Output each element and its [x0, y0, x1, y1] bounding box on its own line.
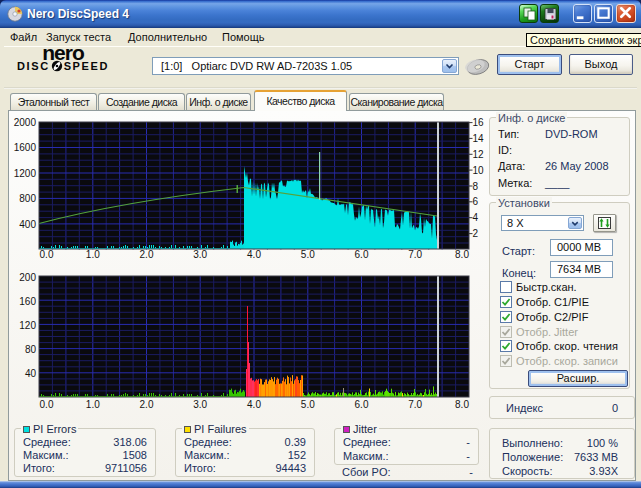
svg-text:8: 8 [473, 181, 479, 192]
svg-text:6: 6 [473, 196, 479, 207]
svg-text:14: 14 [473, 133, 485, 144]
svg-text:1200: 1200 [14, 168, 37, 179]
svg-text:2000: 2000 [14, 117, 37, 128]
svg-text:0.0: 0.0 [40, 399, 54, 410]
svg-text:10: 10 [473, 165, 485, 176]
svg-text:40: 40 [25, 368, 37, 379]
svg-text:800: 800 [19, 193, 36, 204]
svg-text:4.0: 4.0 [247, 249, 261, 260]
svg-text:0.0: 0.0 [40, 249, 54, 260]
svg-text:2.0: 2.0 [140, 399, 154, 410]
svg-text:8.0: 8.0 [455, 249, 469, 260]
svg-text:4: 4 [473, 212, 479, 223]
svg-text:12: 12 [473, 149, 485, 160]
svg-text:200: 200 [19, 272, 36, 283]
svg-text:7.0: 7.0 [408, 399, 422, 410]
svg-text:5.0: 5.0 [301, 399, 315, 410]
svg-text:2.0: 2.0 [140, 249, 154, 260]
svg-text:6.0: 6.0 [355, 399, 369, 410]
svg-text:3.0: 3.0 [193, 249, 207, 260]
svg-text:3.0: 3.0 [193, 399, 207, 410]
svg-text:1600: 1600 [14, 142, 37, 153]
svg-text:1.0: 1.0 [86, 399, 100, 410]
svg-text:2: 2 [473, 228, 479, 239]
svg-text:80: 80 [25, 344, 37, 355]
svg-text:5.0: 5.0 [301, 249, 315, 260]
svg-text:160: 160 [19, 296, 36, 307]
svg-text:6.0: 6.0 [355, 249, 369, 260]
svg-text:7.0: 7.0 [408, 249, 422, 260]
svg-text:8.0: 8.0 [455, 399, 469, 410]
svg-text:120: 120 [19, 320, 36, 331]
svg-text:1.0: 1.0 [86, 249, 100, 260]
svg-text:16: 16 [473, 117, 485, 128]
svg-text:400: 400 [19, 219, 36, 230]
svg-text:4.0: 4.0 [247, 399, 261, 410]
